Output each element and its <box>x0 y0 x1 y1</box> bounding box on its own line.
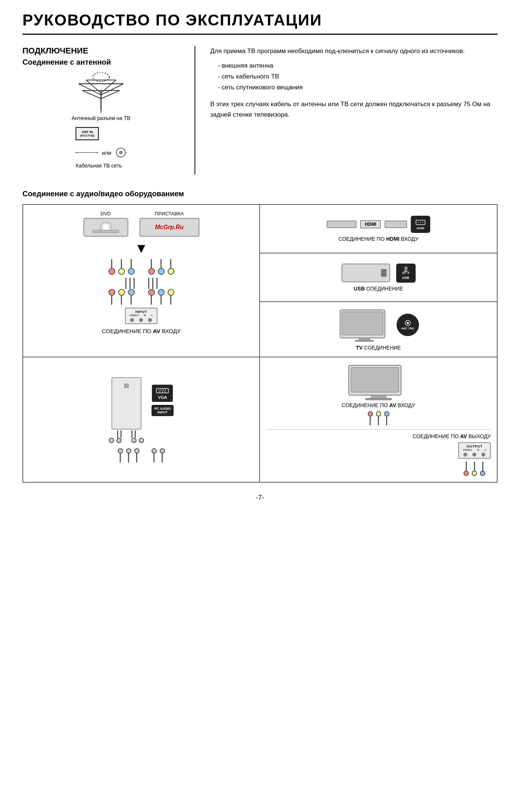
rca-head-6 <box>168 268 174 275</box>
rca-b6 <box>168 289 174 305</box>
pc-cables-top <box>117 430 136 438</box>
devices-row: DVD ПРИСТАВКА McGrp.Ru <box>83 211 199 237</box>
output-cables <box>464 462 485 476</box>
rca-head-3 <box>128 268 135 275</box>
settop-label: ПРИСТАВКА <box>155 211 184 216</box>
pc-rca-2 <box>116 438 122 443</box>
antenna-diagram: Антенный разъем на ТВ ANT IN (KCC71Ω) ил… <box>22 73 180 169</box>
rca-bstem-4 <box>151 296 152 305</box>
vga-rca-4 <box>152 448 157 462</box>
tv-rca-2 <box>376 411 381 425</box>
out-rca-h3 <box>480 471 485 476</box>
right-text-intro: Для приема ТВ программ необходимо под-кл… <box>210 46 498 57</box>
usb-icon-box: USB <box>396 264 416 283</box>
tv-connection-label: TV СОЕДИНЕНИЕ <box>356 345 401 351</box>
pc-vga-row: VGA PC AUDIO INPUT <box>109 377 174 443</box>
pc-rca-h3 <box>131 438 137 443</box>
right-text-note: В этих трех случаях кабель от антенны ил… <box>210 99 498 121</box>
right-col: Для приема ТВ программ необходимо под-кл… <box>195 46 498 175</box>
output-l-label: L <box>485 448 486 452</box>
rca-head-5 <box>158 268 165 275</box>
output-panel-dots <box>464 453 485 456</box>
vga-rca-h2 <box>126 448 131 453</box>
ant-icon-svg <box>403 320 412 326</box>
rca-2 <box>118 259 125 275</box>
pc-rca-h4 <box>139 438 144 443</box>
vga-box: VGA <box>152 385 173 402</box>
hdmi-connection-label: СОЕДИНЕНИЕ ПО HDMI ВХОДУ <box>339 236 419 242</box>
top-section: ПОДКЛЮЧЕНИЕ Соединение с антенной <box>22 46 498 175</box>
pc-rca-4 <box>139 438 144 443</box>
tv-rca-h2 <box>376 411 381 416</box>
rca-stem-2 <box>121 259 122 268</box>
rca-bhead-3 <box>128 289 135 296</box>
left-col: ПОДКЛЮЧЕНИЕ Соединение с антенной <box>22 46 180 175</box>
rca-cables-top <box>108 259 174 275</box>
svg-point-37 <box>165 391 166 392</box>
rca-stem-6 <box>170 259 171 268</box>
rca-5 <box>158 259 165 275</box>
rca-bhead-5 <box>158 289 165 296</box>
rca-stem-3 <box>131 259 132 268</box>
hdmi-icon-box: HDMI <box>411 216 430 233</box>
connections-top-grid: DVD ПРИСТАВКА McGrp.Ru ▼ <box>22 204 498 357</box>
rca-head-1 <box>108 268 115 275</box>
bottom-grid: VGA PC AUDIO INPUT <box>22 357 498 483</box>
left-av-section: DVD ПРИСТАВКА McGrp.Ru ▼ <box>23 205 260 357</box>
rca-4 <box>148 259 155 275</box>
rca-stem-5 <box>160 259 162 268</box>
vga-rca-2 <box>126 448 131 462</box>
video-label: VIDEO <box>129 314 139 317</box>
vga-rca-5 <box>160 448 165 462</box>
out-rca-2 <box>472 462 477 476</box>
cable-label: Кабельная ТВ сеть <box>76 163 122 169</box>
vga-rca-3 <box>134 448 140 462</box>
vga-cables <box>118 448 165 462</box>
usb-device <box>342 264 390 282</box>
svg-rect-25 <box>342 312 383 335</box>
svg-point-36 <box>162 391 163 392</box>
hdmi-box-label: HDMI <box>417 227 424 230</box>
vga-label: VGA <box>156 395 169 400</box>
hdmi-cable-body2 <box>385 221 407 228</box>
rca-bstem-2 <box>121 296 122 305</box>
vga-rca-s1 <box>120 453 121 462</box>
pc-rca-h2 <box>116 438 122 443</box>
pc-disc-drive <box>124 384 129 388</box>
right-connection-stack: HDMI HDMI СОЕДИНЕНИЕ ПО HDMI ВХОДУ <box>260 205 497 357</box>
tv-section: ANT 75Ω TV СОЕДИНЕНИЕ <box>260 302 497 357</box>
right-text-list: внешняя антенна сеть кабельного ТВ сеть … <box>210 61 498 93</box>
vga-rca-s3 <box>136 453 137 462</box>
av-input-connection-label: СОЕДИНЕНИЕ ПО AV ВХОДУ <box>102 328 180 334</box>
output-panel-title: OUTPUT <box>467 445 483 448</box>
av-output-label: СОЕДИНЕНИЕ ПО AV ВЫХОДУ <box>266 433 491 439</box>
usb-connection-label: USB СОЕДИНЕНИЕ <box>354 286 403 292</box>
r-label: R <box>144 314 146 317</box>
out-rca-h1 <box>464 471 469 476</box>
l-label: L <box>152 314 153 317</box>
coax-connector-svg <box>115 147 126 158</box>
tv-rca-s2 <box>378 416 379 425</box>
hdmi-cable-body <box>327 221 357 228</box>
output-panel-area: OUTPUT VIDEO R L <box>458 442 491 476</box>
settop-device: ПРИСТАВКА McGrp.Ru <box>140 211 199 237</box>
rca-3 <box>128 259 135 275</box>
rca-bstem-5 <box>160 296 162 305</box>
pc-tower <box>109 377 144 443</box>
svg-rect-39 <box>351 367 399 392</box>
pc-rca-3 <box>131 438 137 443</box>
vga-rca-s5 <box>162 453 163 462</box>
rca-1 <box>108 259 115 275</box>
ili-label: или <box>102 150 111 156</box>
svg-point-13 <box>119 151 123 154</box>
antenna-label: Антенный разъем на ТВ <box>71 115 130 121</box>
dot-r <box>139 318 143 322</box>
pc-rca-h1 <box>109 438 114 443</box>
usb-port <box>381 269 386 277</box>
tv-svg <box>338 308 391 342</box>
vga-rca-s2 <box>128 453 129 462</box>
dvd-device: DVD <box>83 211 128 237</box>
svg-point-29 <box>407 322 409 324</box>
usb-icon-svg <box>401 267 410 276</box>
svg-line-3 <box>82 90 101 99</box>
